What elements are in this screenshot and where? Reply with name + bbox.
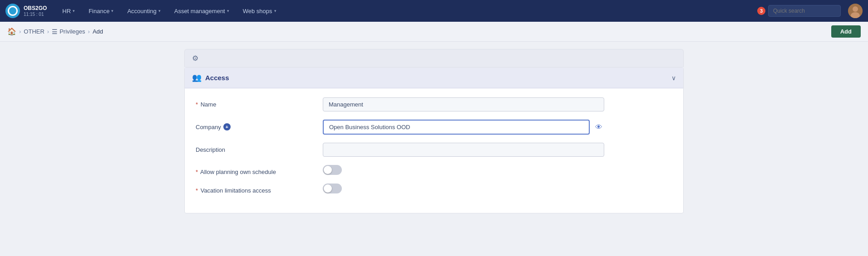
- allow-planning-field-row: * Allow planning own schedule: [196, 165, 672, 175]
- notification-badge[interactable]: 3: [757, 7, 765, 15]
- description-field-row: Description: [196, 143, 672, 157]
- gear-icon[interactable]: ⚙: [192, 54, 198, 62]
- nav-accounting[interactable]: Accounting ▾: [121, 0, 167, 22]
- collapse-chevron-icon[interactable]: ∨: [671, 74, 676, 82]
- top-navigation: OBS2GO 11:15 : 01 HR ▾ Finance ▾ Account…: [0, 0, 868, 22]
- required-star: *: [196, 101, 198, 108]
- breadcrumb-sep-1: ›: [19, 28, 21, 35]
- breadcrumb-home[interactable]: 🏠: [7, 27, 16, 36]
- chevron-down-icon: ▾: [227, 9, 229, 13]
- required-star: *: [196, 187, 198, 194]
- settings-toolbar: ⚙: [184, 49, 684, 67]
- eye-icon[interactable]: 👁: [593, 122, 604, 132]
- name-input[interactable]: [323, 97, 604, 111]
- description-label: Description: [196, 143, 323, 153]
- main-content: ⚙ 👥 Access ∨ * Name: [0, 42, 868, 221]
- breadcrumb: 🏠 › OTHER › ☰ Privileges › Add Add: [0, 22, 868, 42]
- name-field: [323, 97, 604, 111]
- access-card-title: Access: [205, 74, 229, 82]
- nav-menu: HR ▾ Finance ▾ Accounting ▾ Asset manage…: [56, 0, 756, 22]
- app-logo: [5, 4, 20, 18]
- app-name: OBS2GO: [24, 5, 47, 11]
- breadcrumb-sep-2: ›: [47, 28, 49, 35]
- vacation-access-field-row: * Vacation limitations access: [196, 184, 672, 194]
- toggle-knob: [324, 184, 332, 193]
- access-card: 👥 Access ∨ * Name: [184, 67, 684, 213]
- company-add-button[interactable]: +: [223, 123, 231, 130]
- breadcrumb-privileges[interactable]: ☰ Privileges: [52, 28, 85, 35]
- vacation-access-field: [323, 184, 604, 193]
- chevron-down-icon: ▾: [274, 9, 276, 13]
- company-field-row: Company + 👁: [196, 120, 672, 135]
- search-input[interactable]: [768, 5, 841, 17]
- chevron-down-icon: ▾: [111, 9, 113, 13]
- access-card-title-group: 👥 Access: [192, 73, 229, 82]
- name-field-row: * Name: [196, 97, 672, 111]
- description-input[interactable]: [323, 143, 604, 157]
- nav-asset-management[interactable]: Asset management ▾: [168, 0, 236, 22]
- add-button[interactable]: Add: [831, 25, 861, 38]
- app-info: OBS2GO 11:15 : 01: [24, 5, 47, 16]
- svg-point-1: [853, 6, 858, 12]
- breadcrumb-other[interactable]: OTHER: [24, 28, 44, 35]
- nav-finance[interactable]: Finance ▾: [82, 0, 120, 22]
- users-lock-icon: 👥: [192, 73, 202, 82]
- chevron-down-icon: ▾: [158, 9, 161, 13]
- access-card-header: 👥 Access ∨: [185, 68, 683, 88]
- list-icon: ☰: [52, 28, 58, 35]
- content-wrapper: ⚙ 👥 Access ∨ * Name: [184, 49, 684, 213]
- chevron-down-icon: ▾: [73, 9, 75, 13]
- breadcrumb-sep-3: ›: [88, 28, 90, 35]
- vacation-access-toggle[interactable]: [323, 184, 342, 193]
- vacation-access-label: * Vacation limitations access: [196, 184, 323, 194]
- allow-planning-field: [323, 165, 604, 175]
- description-field: [323, 143, 604, 157]
- company-field: 👁: [323, 120, 604, 135]
- nav-hr[interactable]: HR ▾: [56, 0, 81, 22]
- allow-planning-label: * Allow planning own schedule: [196, 165, 323, 175]
- nav-web-shops[interactable]: Web shops ▾: [237, 0, 283, 22]
- access-card-body: * Name Company +: [185, 88, 683, 213]
- avatar[interactable]: [848, 4, 863, 18]
- toggle-knob: [324, 166, 332, 174]
- allow-planning-toggle[interactable]: [323, 165, 342, 175]
- breadcrumb-add: Add: [93, 28, 103, 35]
- app-time: 11:15 : 01: [24, 12, 47, 17]
- company-label: Company +: [196, 120, 323, 130]
- required-star: *: [196, 169, 198, 175]
- name-label: * Name: [196, 97, 323, 108]
- brand: OBS2GO 11:15 : 01: [5, 4, 47, 18]
- company-input[interactable]: [323, 120, 590, 135]
- nav-right: 3: [756, 4, 863, 18]
